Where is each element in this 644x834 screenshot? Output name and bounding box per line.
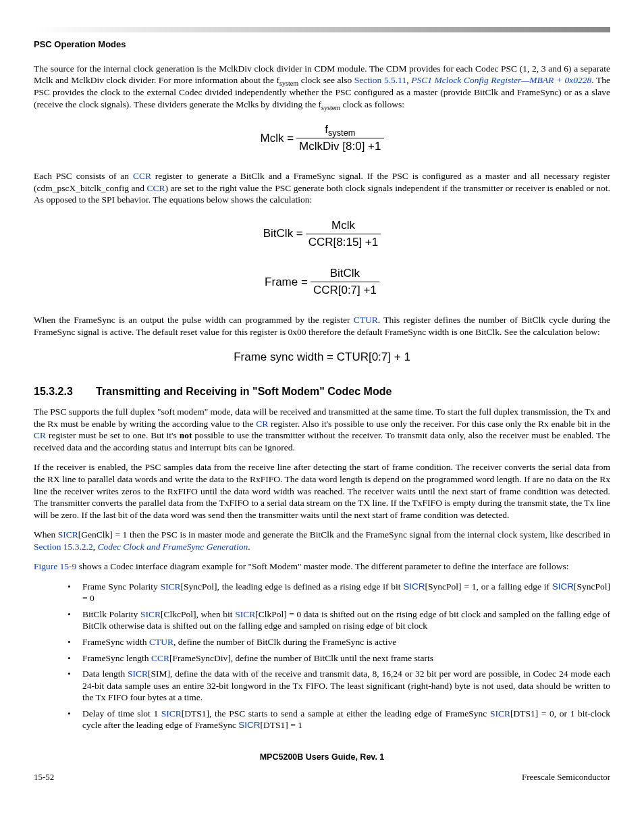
link-sicr[interactable]: SICR [161, 581, 181, 592]
list-item: Frame Sync Polarity SICR[SyncPol], the l… [68, 581, 610, 604]
company-name: Freescale Semiconductor [522, 772, 610, 783]
link-sicr[interactable]: SICR [128, 669, 148, 679]
link-sicr[interactable]: SICR [238, 720, 260, 730]
paragraph-5: If the receiver is enabled, the PSC samp… [34, 461, 610, 521]
paragraph-6: When SICR[GenClk] = 1 then the PSC is in… [34, 529, 610, 552]
list-item: FrameSync width CTUR, define the number … [68, 636, 610, 648]
link-figure-15-9[interactable]: Figure 15-9 [34, 561, 76, 571]
equation-mclk: Mclk = fsystemMclkDiv [8:0] +1 [34, 122, 610, 154]
paragraph-2: Each PSC consists of an CCR register to … [34, 170, 610, 206]
paragraph-7: Figure 15-9 shows a Codec interface diag… [34, 561, 610, 573]
link-sicr[interactable]: SICR [490, 708, 510, 719]
bullet-list: Frame Sync Polarity SICR[SyncPol], the l… [34, 581, 610, 731]
section-number: 15.3.2.3 [34, 385, 96, 399]
section-heading: 15.3.2.3Transmitting and Receiving in "S… [34, 385, 610, 399]
link-ccr-2[interactable]: CCR [147, 183, 165, 193]
link-ccr-1[interactable]: CCR [133, 171, 151, 181]
link-cr-1[interactable]: CR [256, 419, 268, 429]
paragraph-3: When the FrameSync is an output the puls… [34, 314, 610, 338]
footer-doc-title: MPC5200B Users Guide, Rev. 1 [34, 752, 610, 762]
list-item: FrameSync length CCR[FrameSyncDiv], defi… [68, 652, 610, 664]
running-head: PSC Operation Modes [34, 39, 610, 51]
equation-bitclk: BitClk = MclkCCR[8:15] +1 [34, 218, 610, 250]
link-section-5-5-11[interactable]: Section 5.5.11 [354, 75, 406, 85]
list-item: Data length SICR[SIM], define the data w… [68, 668, 610, 704]
equation-frame-sync-width: Frame sync width = CTUR[0:7] + 1 [34, 350, 610, 365]
header-gradient-bar [34, 27, 610, 32]
section-title: Transmitting and Receiving in "Soft Mode… [96, 386, 392, 397]
list-item: Delay of time slot 1 SICR[DTS1], the PSC… [68, 708, 610, 731]
link-section-15-3-2-2[interactable]: Section 15.3.2.2 [34, 542, 93, 552]
paragraph-4: The PSC supports the full duplex "soft m… [34, 406, 610, 453]
link-ctur[interactable]: CTUR [149, 637, 173, 647]
paragraph-1: The source for the internal clock genera… [34, 63, 610, 110]
link-sicr[interactable]: SICR [552, 581, 574, 592]
link-ctur-1[interactable]: CTUR [354, 315, 378, 325]
link-ccr[interactable]: CCR [151, 653, 169, 663]
link-sicr[interactable]: SICR [235, 609, 255, 619]
link-sicr[interactable]: SICR [403, 581, 425, 592]
link-sicr[interactable]: SICR [161, 708, 182, 719]
link-psc1-mclock-config[interactable]: PSC1 Mclock Config Register—MBAR + 0x022… [411, 75, 591, 85]
link-sicr[interactable]: SICR [140, 609, 161, 619]
list-item: BitClk Polarity SICR[ClkcPol], when bit … [68, 608, 610, 632]
page-number: 15-52 [34, 772, 54, 783]
link-cr-2[interactable]: CR [34, 430, 46, 440]
footer-row: 15-52 Freescale Semiconductor [34, 772, 610, 783]
link-codec-clock-framesync[interactable]: Codec Clock and FrameSync Generation [98, 542, 248, 552]
equation-frame: Frame = BitClkCCR[0:7] +1 [34, 266, 610, 298]
link-sicr-genclk[interactable]: SICR [58, 529, 78, 540]
